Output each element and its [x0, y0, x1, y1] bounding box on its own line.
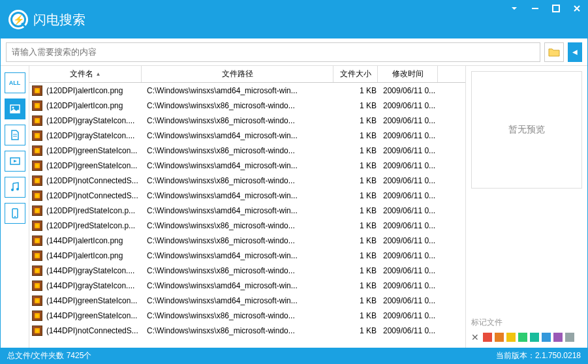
cell-path: C:\Windows\winsxs\x86_microsoft-windo...	[144, 176, 336, 185]
table-row[interactable]: (120DPI)greenStateIcon...C:\Windows\wins…	[29, 143, 465, 158]
cell-size: 1 KB	[336, 176, 380, 185]
svg-rect-0	[532, 8, 538, 9]
table-row[interactable]: (144DPI)alertIcon.pngC:\Windows\winsxs\x…	[29, 233, 465, 248]
cell-name: (120DPI)redStateIcon.p...	[46, 221, 144, 230]
table-row[interactable]: (120DPI)greenStateIcon...C:\Windows\wins…	[29, 158, 465, 173]
cell-path: C:\Windows\winsxs\amd64_microsoft-win...	[144, 161, 336, 170]
cell-date: 2009/06/11 0...	[380, 116, 441, 125]
filter-music[interactable]	[5, 177, 25, 198]
table-row[interactable]: (120DPI)redStateIcon.p...C:\Windows\wins…	[29, 218, 465, 233]
cell-size: 1 KB	[336, 101, 380, 110]
cell-date: 2009/06/11 0...	[380, 221, 441, 230]
minimize-icon[interactable]	[530, 3, 540, 14]
column-header-path[interactable]: 文件路径	[142, 66, 333, 82]
app-logo-icon: ⚡	[8, 10, 28, 29]
cell-date: 2009/06/11 0...	[380, 101, 441, 110]
tag-color-swatch[interactable]	[542, 333, 551, 342]
table-row[interactable]: (144DPI)grayStateIcon....C:\Windows\wins…	[29, 278, 465, 293]
cell-size: 1 KB	[336, 266, 380, 275]
tag-color-swatch[interactable]	[495, 333, 504, 342]
cell-name: (120DPI)greenStateIcon...	[46, 146, 144, 155]
cell-size: 1 KB	[336, 281, 380, 290]
cell-name: (144DPI)greenStateIcon...	[46, 296, 144, 305]
table-row[interactable]: (120DPI)alertIcon.pngC:\Windows\winsxs\x…	[29, 98, 465, 113]
tag-colors: ✕	[471, 332, 582, 342]
table-row[interactable]: (144DPI)alertIcon.pngC:\Windows\winsxs\a…	[29, 248, 465, 263]
cell-date: 2009/06/11 0...	[380, 281, 441, 290]
cell-size: 1 KB	[336, 191, 380, 200]
preview-panel: 暂无预览 标记文件 ✕	[466, 66, 587, 348]
cell-size: 1 KB	[336, 206, 380, 215]
table-row[interactable]: (120DPI)grayStateIcon....C:\Windows\wins…	[29, 128, 465, 143]
statusbar: 总文件/文件夹数 7425个 当前版本：2.1.750.0218	[1, 348, 587, 364]
cell-size: 1 KB	[336, 221, 380, 230]
table-body[interactable]: (120DPI)alertIcon.pngC:\Windows\winsxs\a…	[29, 83, 465, 348]
table-row[interactable]: (144DPI)notConnectedS...C:\Windows\winsx…	[29, 323, 465, 338]
cell-path: C:\Windows\winsxs\x86_microsoft-windo...	[144, 266, 336, 275]
file-list-panel: 文件名▲ 文件路径 文件大小 修改时间 (120DPI)alertIcon.pn…	[29, 66, 466, 348]
table-row[interactable]: (144DPI)greenStateIcon...C:\Windows\wins…	[29, 308, 465, 323]
table-row[interactable]: (144DPI)greenStateIcon...C:\Windows\wins…	[29, 293, 465, 308]
cell-size: 1 KB	[336, 146, 380, 155]
close-icon[interactable]	[572, 3, 582, 14]
cell-path: C:\Windows\winsxs\amd64_microsoft-win...	[144, 281, 336, 290]
filter-mobile[interactable]	[5, 203, 25, 224]
cell-name: (144DPI)alertIcon.png	[46, 236, 144, 245]
tag-color-swatch[interactable]	[506, 333, 516, 342]
cell-name: (144DPI)grayStateIcon....	[46, 266, 144, 275]
image-file-icon	[32, 250, 42, 261]
folder-filter-button[interactable]	[544, 42, 564, 62]
cell-date: 2009/06/11 0...	[380, 311, 441, 320]
cell-name: (120DPI)notConnectedS...	[46, 191, 144, 200]
cell-size: 1 KB	[336, 251, 380, 260]
search-input[interactable]	[6, 42, 540, 62]
cell-path: C:\Windows\winsxs\x86_microsoft-windo...	[144, 311, 336, 320]
cell-date: 2009/06/11 0...	[380, 236, 441, 245]
filter-image[interactable]	[5, 99, 25, 119]
tag-clear-icon[interactable]: ✕	[471, 332, 479, 342]
column-header-date[interactable]: 修改时间	[378, 66, 438, 82]
cell-date: 2009/06/11 0...	[380, 146, 441, 155]
app-title: 闪电搜索	[33, 11, 85, 29]
tag-color-swatch[interactable]	[530, 333, 539, 342]
svg-point-8	[16, 188, 19, 190]
table-row[interactable]: (120DPI)alertIcon.pngC:\Windows\winsxs\a…	[29, 83, 465, 98]
cell-date: 2009/06/11 0...	[380, 206, 441, 215]
table-row[interactable]: (120DPI)notConnectedS...C:\Windows\winsx…	[29, 188, 465, 203]
filter-video[interactable]	[5, 151, 25, 172]
image-file-icon	[32, 220, 42, 231]
image-file-icon	[32, 190, 42, 201]
tag-section: 标记文件 ✕	[471, 312, 582, 342]
svg-rect-1	[553, 5, 559, 12]
image-file-icon	[32, 145, 42, 156]
image-file-icon	[32, 115, 42, 126]
collapse-preview-button[interactable]: ◀	[568, 42, 582, 62]
column-header-name[interactable]: 文件名▲	[29, 66, 142, 82]
cell-name: (120DPI)grayStateIcon....	[46, 116, 144, 125]
cell-size: 1 KB	[336, 311, 380, 320]
cell-name: (120DPI)alertIcon.png	[46, 86, 144, 95]
table-row[interactable]: (144DPI)grayStateIcon....C:\Windows\wins…	[29, 263, 465, 278]
tag-color-swatch[interactable]	[483, 333, 492, 342]
table-row[interactable]: (120DPI)redStateIcon.p...C:\Windows\wins…	[29, 203, 465, 218]
menu-dropdown-icon[interactable]	[509, 3, 519, 14]
column-header-size[interactable]: 文件大小	[333, 66, 378, 82]
cell-date: 2009/06/11 0...	[380, 266, 441, 275]
image-file-icon	[32, 130, 42, 141]
cell-path: C:\Windows\winsxs\x86_microsoft-windo...	[144, 326, 336, 335]
filter-all[interactable]: ALL	[5, 72, 25, 93]
cell-size: 1 KB	[336, 326, 380, 335]
tag-color-swatch[interactable]	[565, 333, 574, 342]
table-row[interactable]: (120DPI)notConnectedS...C:\Windows\winsx…	[29, 173, 465, 188]
image-file-icon	[32, 311, 42, 321]
filter-document[interactable]	[5, 125, 25, 145]
tag-color-swatch[interactable]	[553, 333, 563, 342]
cell-name: (144DPI)grayStateIcon....	[46, 281, 144, 290]
table-row[interactable]: (120DPI)grayStateIcon....C:\Windows\wins…	[29, 113, 465, 128]
preview-empty-text: 暂无预览	[508, 124, 545, 136]
cell-date: 2009/06/11 0...	[380, 176, 441, 185]
maximize-icon[interactable]	[551, 3, 561, 14]
tag-color-swatch[interactable]	[518, 333, 527, 342]
image-file-icon	[32, 326, 42, 336]
logo: ⚡ 闪电搜索	[8, 10, 85, 29]
